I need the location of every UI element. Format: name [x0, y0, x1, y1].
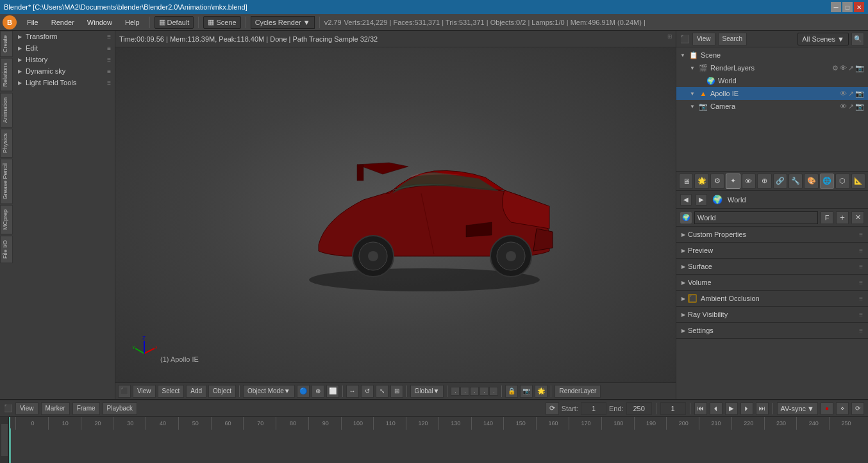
outliner-world[interactable]: 🌍 World: [676, 74, 868, 87]
camera-render-icon[interactable]: 📷: [855, 102, 864, 111]
timeline-view-btn[interactable]: View: [15, 402, 38, 415]
tl-keyframe-icon[interactable]: ⋄: [836, 402, 849, 415]
lock-icon[interactable]: 🔒: [505, 385, 518, 398]
ao-header[interactable]: ▶ ⬛ Ambient Occlusion ≡: [676, 291, 868, 306]
tl-loop-icon[interactable]: ⟳: [546, 402, 559, 415]
transform-icon[interactable]: ↔: [346, 385, 359, 398]
viewport-type-icon[interactable]: ⬛: [118, 385, 131, 398]
layout-selector[interactable]: ▦ Default: [154, 16, 194, 29]
all-scenes-selector[interactable]: All Scenes ▼: [797, 33, 849, 45]
maximize-button[interactable]: □: [842, 2, 853, 12]
apollo-eye-icon[interactable]: 👁: [840, 90, 847, 98]
prop-scene-icon[interactable]: ⚙: [710, 174, 724, 189]
layer-5[interactable]: .: [489, 387, 498, 396]
tl-next-frame[interactable]: ⏵: [740, 402, 753, 415]
snap3-icon[interactable]: ⬜: [326, 385, 339, 398]
surface-header[interactable]: ▶ Surface ≡: [676, 259, 868, 274]
rl-settings-icon[interactable]: ⚙: [832, 64, 839, 72]
tab-mcprep[interactable]: MCprep: [0, 205, 13, 234]
render-engine-selector[interactable]: Cycles Render ▼: [251, 16, 315, 29]
tl-jump-end[interactable]: ⏭: [756, 402, 769, 415]
menu-render[interactable]: Render: [46, 17, 79, 28]
outliner-search-btn[interactable]: Search: [718, 33, 747, 45]
tl-start-input[interactable]: [581, 402, 606, 415]
rl-eye-icon[interactable]: 👁: [840, 64, 847, 72]
world-remove-btn[interactable]: ✕: [851, 211, 864, 224]
scene-selector[interactable]: ▦ Scene: [203, 16, 240, 29]
prop-material-icon[interactable]: 🎨: [804, 174, 818, 189]
render-layer-btn[interactable]: RenderLayer: [555, 385, 601, 398]
outliner-renderlayers[interactable]: ▼ 🎬 RenderLayers ⚙ 👁 ↗ 📷: [676, 61, 868, 74]
prop-render-icon[interactable]: 🖥: [679, 174, 693, 189]
volume-header[interactable]: ▶ Volume ≡: [676, 275, 868, 290]
tab-physics[interactable]: Physics: [0, 129, 13, 158]
camera-eye-icon[interactable]: 👁: [840, 102, 847, 111]
snap2-icon[interactable]: ⊕: [312, 385, 324, 398]
viewport-canvas[interactable]: X Y Z (1) Apollo IE: [115, 47, 676, 382]
snap-icon[interactable]: 🔵: [297, 385, 310, 398]
ray-visibility-header[interactable]: ▶ Ray Visibility ≡: [676, 307, 868, 322]
menu-window[interactable]: Window: [82, 17, 117, 28]
rl-render-icon[interactable]: 📷: [855, 64, 864, 72]
tab-animation[interactable]: Animation: [0, 93, 13, 127]
layer-4[interactable]: .: [480, 387, 488, 396]
sidebar-item-transform[interactable]: ▶ Transform ≡: [13, 31, 115, 42]
timeline-marker-btn[interactable]: Marker: [41, 402, 70, 415]
timeline-frame-btn[interactable]: Frame: [72, 402, 100, 415]
tl-play[interactable]: ▶: [725, 402, 738, 415]
layer-2[interactable]: .: [460, 387, 469, 396]
global-selector[interactable]: Global ▼: [410, 385, 444, 398]
sidebar-item-history[interactable]: ▶ History ≡: [13, 54, 115, 65]
outliner-scene[interactable]: ▼ 📋 Scene: [676, 49, 868, 61]
tl-current-frame[interactable]: [660, 402, 686, 415]
tab-create[interactable]: Create: [0, 31, 13, 57]
manipulator-icon[interactable]: ⊞: [390, 385, 403, 398]
render-icon[interactable]: 🌟: [535, 385, 547, 398]
prop-render-layers-icon[interactable]: 🌟: [694, 174, 708, 189]
tl-end-input[interactable]: [626, 402, 652, 415]
tl-zoom-handle[interactable]: [1, 424, 8, 456]
rotate-icon[interactable]: ↺: [361, 385, 374, 398]
sidebar-item-dynamic-sky[interactable]: ▶ Dynamic sky ≡: [13, 65, 115, 77]
tl-prev-frame[interactable]: ⏴: [710, 402, 722, 415]
tl-jump-start[interactable]: ⏮: [694, 402, 707, 415]
tl-record-btn[interactable]: ●: [821, 402, 833, 415]
select-menu[interactable]: Select: [158, 385, 185, 398]
view-menu[interactable]: View: [133, 385, 156, 398]
expand-corner[interactable]: ⊞: [666, 33, 674, 40]
prop-constraints-icon[interactable]: ⊕: [757, 174, 771, 189]
settings-header[interactable]: ▶ Settings ≡: [676, 323, 868, 338]
mode-selector[interactable]: Object Mode ▼: [243, 385, 295, 398]
close-button[interactable]: ✕: [854, 2, 864, 12]
tab-grease-pencil[interactable]: Grease Pencil: [0, 159, 13, 204]
menu-file[interactable]: File: [22, 17, 44, 28]
prop-physics-icon[interactable]: 📐: [851, 174, 865, 189]
prop-object-icon[interactable]: 👁: [742, 174, 756, 189]
prop-modifiers-icon[interactable]: 🔗: [773, 174, 787, 189]
camera-cursor-icon[interactable]: ↗: [848, 102, 854, 111]
apollo-render-icon[interactable]: 📷: [855, 90, 864, 98]
outliner-search-icon[interactable]: 🔍: [851, 33, 864, 45]
outliner-content[interactable]: ▼ 📋 Scene ▼ 🎬 RenderLayers ⚙ 👁 ↗ 📷: [676, 47, 868, 171]
layer-1[interactable]: .: [451, 387, 460, 396]
menu-help[interactable]: Help: [120, 17, 145, 28]
prop-world-icon[interactable]: ✦: [726, 174, 740, 189]
preview-header[interactable]: ▶ Preview ≡: [676, 243, 868, 258]
scale-icon[interactable]: ⤡: [376, 385, 388, 398]
layer-3[interactable]: .: [470, 387, 479, 396]
outliner-view-btn[interactable]: View: [692, 33, 715, 45]
tab-relations[interactable]: Relations: [0, 58, 13, 92]
world-nav-prev[interactable]: ◀: [680, 194, 692, 206]
sidebar-item-light-field-tools[interactable]: ▶ Light Field Tools ≡: [13, 77, 115, 88]
apollo-cursor-icon[interactable]: ↗: [848, 90, 854, 98]
world-add-btn[interactable]: +: [836, 211, 849, 224]
rl-select-icon[interactable]: ↗: [848, 64, 854, 72]
world-name-input[interactable]: [694, 211, 818, 224]
custom-properties-header[interactable]: ▶ Custom Properties ≡: [676, 227, 868, 242]
outliner-camera[interactable]: ▼ 📷 Camera 👁 ↗ 📷: [676, 100, 868, 113]
tl-sync-icon[interactable]: ⟳: [851, 402, 864, 415]
prop-world-props-icon[interactable]: 🌐: [820, 174, 834, 189]
outliner-apollo-ie[interactable]: ▼ ▲ Apollo IE 👁 ↗ 📷: [676, 87, 868, 100]
camera-icon[interactable]: 📷: [520, 385, 533, 398]
add-menu[interactable]: Add: [186, 385, 206, 398]
